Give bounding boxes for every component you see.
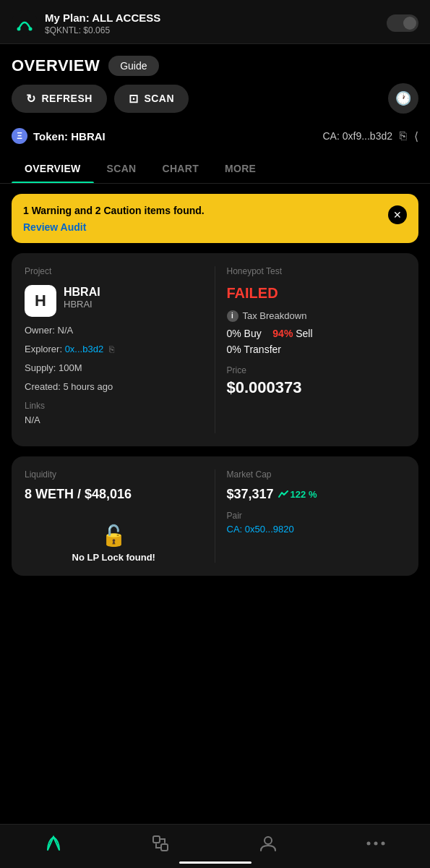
owner-row: Owner: N/A [25, 324, 203, 337]
explorer-copy-icon[interactable]: ⎘ [109, 344, 114, 354]
svg-point-5 [265, 837, 272, 844]
tab-more[interactable]: MORE [212, 154, 269, 183]
scan-label: SCAN [144, 93, 174, 104]
tabs-bar: OVERVIEW SCAN CHART MORE [0, 154, 430, 184]
main-info-card: Project H HBRAI HBRAI Owner: N/A Explore… [12, 253, 418, 446]
token-info: Ξ Token: HBRAI [12, 128, 106, 144]
liquidity-card: Liquidity 8 WETH / $48,016 🔓 No LP Lock … [12, 456, 418, 576]
nav-swap[interactable] [150, 833, 171, 854]
svg-rect-4 [161, 844, 168, 851]
price-value: $0.000373 [227, 378, 406, 397]
honeypot-label: Honeypot Test [227, 266, 406, 276]
app-logo [12, 10, 38, 36]
review-audit-link[interactable]: Review Audit [23, 221, 205, 233]
svg-rect-3 [153, 836, 160, 843]
svg-point-1 [17, 27, 21, 31]
project-name-group: HBRAI HBRAI [64, 286, 100, 318]
warning-close-button[interactable]: ✕ [388, 205, 407, 224]
tax-breakdown-title: i Tax Breakdown [227, 310, 406, 322]
lock-icon: 🔓 [101, 524, 126, 548]
history-icon: 🕐 [395, 90, 411, 106]
svg-point-7 [374, 842, 378, 846]
scan-icon: ⊡ [129, 92, 139, 106]
links-label: Links [25, 401, 203, 411]
honeypot-status: FAILED [227, 285, 406, 302]
header-toggle[interactable] [387, 14, 418, 32]
swap-icon [150, 833, 171, 854]
header: My Plan: ALL ACCESS $QKNTL: $0.065 [0, 0, 430, 44]
tab-overview[interactable]: OVERVIEW [12, 154, 94, 183]
scan-button[interactable]: ⊡ SCAN [114, 85, 189, 113]
liquidity-value: 8 WETH / $48,016 [25, 487, 203, 502]
created-row: Created: 5 hours ago [25, 380, 203, 393]
action-row: ↻ REFRESH ⊡ SCAN 🕐 [0, 83, 430, 122]
share-icon[interactable]: ⟨ [414, 129, 418, 143]
links-value: N/A [25, 414, 203, 427]
tax-buy-row: 0% Buy 94% Sell [227, 328, 406, 339]
supply-row: Supply: 100M [25, 362, 203, 375]
refresh-icon: ↻ [26, 92, 36, 106]
plan-label: My Plan: ALL ACCESS [45, 12, 160, 24]
warning-text: 1 Warning and 2 Caution items found. [23, 205, 205, 216]
home-icon [44, 834, 63, 853]
tab-scan[interactable]: SCAN [94, 154, 150, 183]
guide-button[interactable]: Guide [108, 56, 158, 76]
project-name: HBRAI [64, 286, 100, 299]
project-logo: H [25, 285, 56, 317]
pair-label: Pair [227, 511, 406, 521]
warning-banner: 1 Warning and 2 Caution items found. Rev… [12, 194, 418, 243]
lp-lock-text: No LP Lock found! [72, 552, 155, 563]
tax-transfer-row: 0% Transfer [227, 344, 406, 355]
buy-tax: 0% Buy [227, 328, 262, 339]
warning-content: 1 Warning and 2 Caution items found. Rev… [23, 204, 205, 233]
sell-tax-highlight: 94% [272, 328, 293, 339]
nav-profile[interactable] [258, 833, 278, 854]
pair-ca[interactable]: CA: 0x50...9820 [227, 524, 406, 535]
marketcap-section: Market Cap $37,317 122 % Pair CA: 0x50..… [215, 469, 406, 563]
refresh-label: REFRESH [42, 93, 93, 104]
trend-up-icon [278, 490, 288, 498]
liquidity-section: Liquidity 8 WETH / $48,016 🔓 No LP Lock … [25, 469, 215, 563]
copy-icon[interactable]: ⎘ [400, 129, 407, 142]
refresh-button[interactable]: ↻ REFRESH [12, 85, 107, 113]
bottom-nav [0, 824, 430, 868]
liquidity-label: Liquidity [25, 469, 203, 480]
home-indicator [179, 861, 251, 864]
tab-chart[interactable]: CHART [149, 154, 212, 183]
explorer-link[interactable]: 0x...b3d2 [65, 344, 104, 354]
price-label: Price [227, 365, 406, 375]
nav-more[interactable] [366, 840, 386, 847]
svg-point-6 [367, 842, 371, 846]
lp-lock-area: 🔓 No LP Lock found! [25, 516, 203, 563]
info-icon: i [227, 310, 238, 322]
section-header: OVERVIEW Guide [0, 44, 430, 83]
marketcap-label: Market Cap [227, 469, 406, 480]
more-icon [366, 840, 386, 847]
project-ticker: HBRAI [64, 299, 100, 310]
token-ca: CA: 0xf9...b3d2 ⎘ ⟨ [322, 129, 418, 143]
project-label: Project [25, 266, 203, 276]
marketcap-value: $37,317 122 % [227, 487, 406, 502]
header-info: My Plan: ALL ACCESS $QKNTL: $0.065 [45, 12, 160, 35]
mcap-badge: 122 % [278, 489, 317, 500]
profile-icon [258, 833, 278, 854]
header-left: My Plan: ALL ACCESS $QKNTL: $0.065 [12, 10, 160, 36]
project-section: Project H HBRAI HBRAI Owner: N/A Explore… [25, 266, 215, 433]
svg-point-2 [29, 27, 33, 31]
token-row: Ξ Token: HBRAI CA: 0xf9...b3d2 ⎘ ⟨ [0, 122, 430, 154]
ca-label: CA: 0xf9...b3d2 [322, 130, 392, 142]
svg-point-8 [382, 842, 385, 846]
explorer-row: Explorer: 0x...b3d2 ⎘ [25, 343, 203, 356]
token-label: Token: HBRAI [33, 130, 106, 142]
overview-title: OVERVIEW [12, 56, 100, 75]
sell-tax-label: Sell [296, 328, 312, 339]
eth-icon: Ξ [12, 128, 27, 144]
nav-home[interactable] [44, 834, 63, 853]
honeypot-section: Honeypot Test FAILED i Tax Breakdown 0% … [215, 266, 406, 433]
token-price: $QKNTL: $0.065 [45, 25, 160, 35]
history-button[interactable]: 🕐 [388, 83, 418, 114]
